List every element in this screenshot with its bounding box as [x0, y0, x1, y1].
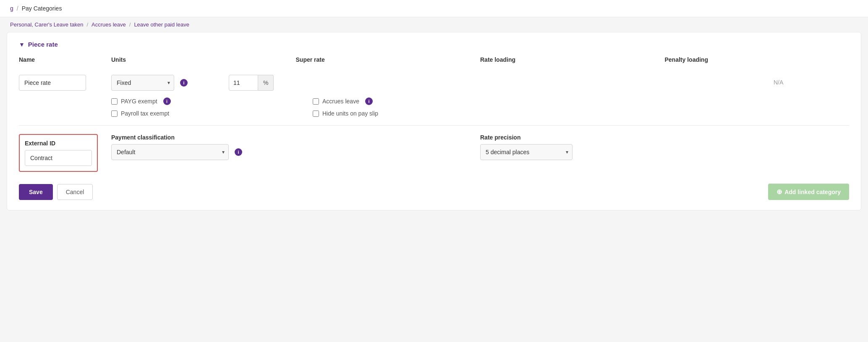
action-row: Save Cancel ⊕ Add linked category	[19, 182, 849, 200]
save-button[interactable]: Save	[19, 184, 53, 200]
sub-nav-link-1[interactable]: Personal, Carer's Leave taken	[10, 21, 83, 28]
external-id-col: External ID	[19, 134, 111, 172]
rate-precision-col: Rate precision 2 decimal places 3 decima…	[480, 134, 849, 160]
left-actions: Save Cancel	[19, 184, 93, 200]
breadcrumb-back-link[interactable]: g	[10, 5, 13, 12]
payment-class-info-icon[interactable]: i	[235, 148, 242, 156]
column-headers-row: Name Units Super rate Rate loading Penal…	[19, 56, 849, 68]
name-input[interactable]	[19, 75, 86, 91]
hide-units-item[interactable]: Hide units on pay slip	[313, 110, 839, 117]
col-header-name: Name	[19, 56, 111, 68]
accrues-leave-checkbox[interactable]	[313, 98, 319, 105]
section-chevron: ▼	[19, 41, 25, 48]
sub-nav-sep-2: /	[129, 21, 131, 28]
external-id-input[interactable]	[25, 150, 92, 166]
hide-units-label: Hide units on pay slip	[322, 110, 378, 117]
super-rate-col: %	[229, 75, 313, 91]
external-id-box: External ID	[19, 134, 98, 172]
penalty-loading-col: N/A	[774, 75, 849, 86]
payment-classification-select[interactable]: Default Ordinary time earnings Overtime	[111, 144, 229, 160]
penalty-loading-value: N/A	[774, 75, 839, 86]
payment-classification-col: Payment classification Default Ordinary …	[111, 134, 480, 160]
section-header[interactable]: ▼ Piece rate	[19, 41, 849, 48]
name-col	[19, 75, 111, 91]
accrues-leave-item[interactable]: Accrues leave i	[313, 97, 839, 105]
units-select[interactable]: Fixed Hourly Daily Weekly	[111, 75, 174, 91]
payg-info-icon[interactable]: i	[163, 97, 171, 105]
payg-exempt-checkbox[interactable]	[111, 98, 118, 105]
super-rate-group: %	[229, 75, 303, 91]
hide-units-checkbox[interactable]	[313, 110, 319, 117]
percent-badge: %	[258, 75, 274, 91]
page-container: g / Pay Categories Personal, Carer's Lea…	[0, 0, 868, 342]
units-select-wrapper: Fixed Hourly Daily Weekly ▾	[111, 75, 174, 91]
super-rate-input[interactable]	[229, 75, 258, 91]
units-info-icon[interactable]: i	[180, 79, 188, 87]
left-checkboxes: PAYG exempt i Payroll tax exempt	[111, 97, 229, 117]
payroll-tax-checkbox[interactable]	[111, 110, 118, 117]
breadcrumb-separator: /	[17, 5, 18, 12]
payg-exempt-label: PAYG exempt	[121, 98, 157, 105]
cancel-button[interactable]: Cancel	[57, 184, 93, 200]
sub-nav-link-3[interactable]: Leave other paid leave	[134, 21, 189, 28]
checkboxes-section: PAYG exempt i Payroll tax exempt Accrues…	[19, 94, 849, 117]
payroll-tax-label: Payroll tax exempt	[121, 110, 169, 117]
main-content-card: ▼ Piece rate Name Units Super rate Rate …	[7, 32, 861, 210]
col-header-penalty-loading: Penalty loading	[665, 56, 850, 68]
form-values-row: Fixed Hourly Daily Weekly ▾ i %	[19, 75, 849, 91]
sub-nav-link-2[interactable]: Accrues leave	[92, 21, 126, 28]
payroll-tax-item[interactable]: Payroll tax exempt	[111, 110, 219, 117]
units-col: Fixed Hourly Daily Weekly ▾ i	[111, 75, 229, 91]
payg-exempt-item[interactable]: PAYG exempt i	[111, 97, 219, 105]
add-linked-category-button[interactable]: ⊕ Add linked category	[768, 184, 849, 200]
checkboxes-middle-spacer	[229, 97, 313, 117]
rate-precision-select[interactable]: 2 decimal places 3 decimal places 4 deci…	[480, 144, 573, 160]
section-title: Piece rate	[28, 41, 58, 48]
breadcrumb-bar: g / Pay Categories	[0, 0, 868, 17]
external-id-label: External ID	[25, 140, 92, 147]
accrues-leave-label: Accrues leave	[322, 98, 359, 105]
col-header-super-rate: Super rate	[296, 56, 481, 68]
plus-icon: ⊕	[776, 188, 782, 196]
breadcrumb-current: Pay Categories	[22, 5, 62, 12]
payment-classification-label: Payment classification	[111, 134, 480, 141]
checkboxes-spacer	[19, 97, 111, 117]
payment-class-select-wrapper: Default Ordinary time earnings Overtime …	[111, 144, 229, 160]
add-linked-label: Add linked category	[784, 189, 841, 195]
col-header-units: Units	[111, 56, 296, 68]
right-checkboxes: Accrues leave i Hide units on pay slip	[313, 97, 849, 117]
bottom-form-row: External ID Payment classification Defau…	[19, 134, 849, 172]
divider	[19, 125, 849, 126]
sub-nav: Personal, Carer's Leave taken / Accrues …	[0, 17, 868, 32]
col-header-rate-loading: Rate loading	[480, 56, 665, 68]
sub-nav-sep-1: /	[86, 21, 88, 28]
payment-class-row: Default Ordinary time earnings Overtime …	[111, 144, 480, 160]
accrues-leave-info-icon[interactable]: i	[365, 97, 373, 105]
rate-precision-label: Rate precision	[480, 134, 849, 141]
rate-precision-select-wrapper: 2 decimal places 3 decimal places 4 deci…	[480, 144, 573, 160]
